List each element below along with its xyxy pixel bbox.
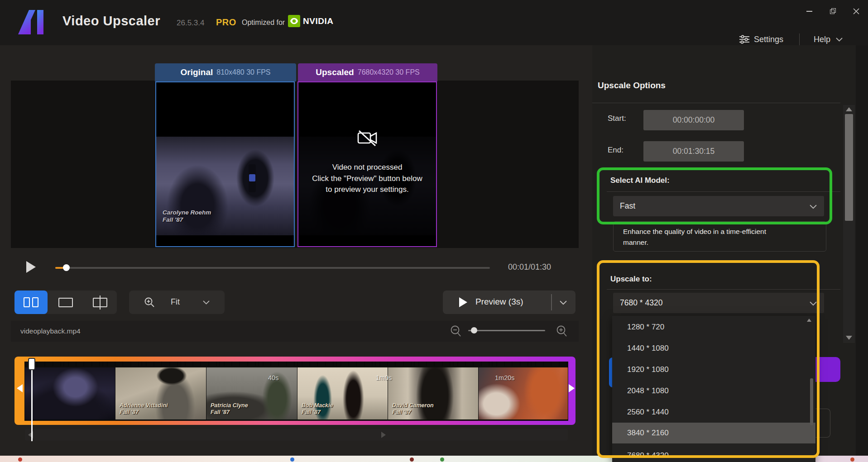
dropdown-scrollbar-thumb[interactable] [810, 378, 813, 425]
timeline-thumbnail[interactable] [25, 367, 115, 419]
titlebar: Video Upscaler 26.5.3.4 PRO Optimized fo… [0, 0, 868, 45]
upscale-to-label: Upscale to: [610, 275, 652, 284]
split-view-icon [93, 298, 107, 307]
timeline-thumbnail[interactable]: Bob MackieFall '87 [297, 367, 388, 419]
settings-button[interactable]: Settings [739, 33, 783, 46]
resolution-option[interactable]: 2048 * 1080 [612, 381, 815, 401]
restore-icon [830, 9, 835, 14]
strip-scroll-left-icon[interactable] [17, 384, 23, 392]
strip-scroll-right-icon[interactable] [569, 384, 575, 392]
view-side-by-side-button[interactable] [14, 291, 48, 314]
help-button[interactable]: Help [814, 33, 843, 46]
chevron-down-icon [203, 300, 210, 305]
time-marker: 1m20s [495, 374, 515, 381]
resolution-option[interactable]: 1920 * 1080 [612, 359, 815, 380]
taskbar-icon-dot [440, 457, 444, 462]
optimized-for-label: Optimized for [242, 19, 285, 27]
divider [607, 191, 840, 192]
panel-scrollbar-thumb[interactable] [845, 114, 853, 221]
file-name: videoplayback.mp4 [20, 327, 81, 335]
timeline-thumbnail[interactable]: Patricia ClyneFall '87 [206, 367, 297, 419]
end-label: End: [608, 146, 623, 155]
chevron-down-icon [810, 301, 817, 306]
taskbar-icon-dot [290, 457, 294, 462]
timeline-ticks [24, 362, 568, 366]
settings-label: Settings [754, 35, 783, 44]
video-off-icon [357, 129, 378, 147]
tab-original-meta: 810x480 30 FPS [216, 68, 270, 76]
resolution-dropdown-list: 1280 * 720 1440 * 1080 1920 * 1080 2048 … [612, 316, 815, 462]
restore-button[interactable] [825, 5, 840, 18]
close-icon [853, 8, 859, 14]
time-display: 00:01/01:30 [508, 262, 551, 272]
view-split-button[interactable] [83, 291, 116, 314]
not-processed-message: Video not processed Click the "Preview" … [299, 162, 435, 195]
timeline-thumbnail[interactable]: Adrienne VittadiniFall '87 [115, 367, 206, 419]
timeline-zoom-slider[interactable] [468, 330, 545, 331]
zoom-out-icon[interactable] [450, 325, 462, 337]
model-description: Enhance the quality of video in a time-e… [613, 221, 826, 252]
video-figure [249, 164, 256, 192]
tab-upscaled[interactable]: Upscaled 7680x4320 30 FPS [298, 63, 437, 81]
resolution-value: 7680 * 4320 [620, 298, 662, 308]
panel-scroll-up-icon[interactable] [846, 107, 852, 111]
ai-model-value: Fast [620, 201, 635, 211]
start-time-input[interactable]: 00:00:00:00 [643, 110, 744, 130]
zoom-in-icon[interactable] [556, 325, 568, 337]
chevron-down-icon [810, 205, 817, 209]
time-marker: 40s [268, 374, 278, 381]
seek-thumb[interactable] [63, 264, 70, 271]
fit-dropdown[interactable]: Fit [129, 291, 225, 314]
minimize-button[interactable] [801, 5, 817, 18]
resolution-option[interactable]: 1280 * 720 [612, 317, 815, 338]
preview-options-chevron-icon[interactable] [560, 300, 567, 305]
button-divider [551, 294, 552, 310]
timeline-thumbnail[interactable] [479, 367, 568, 419]
playhead-handle[interactable] [28, 358, 35, 370]
tab-original[interactable]: Original 810x480 30 FPS [155, 63, 296, 81]
seek-bar[interactable] [55, 267, 490, 269]
dropdown-scroll-up-icon[interactable] [807, 319, 811, 322]
playhead[interactable] [31, 358, 33, 441]
ai-model-label: Select AI Model: [610, 176, 670, 185]
time-marker: 1m0s [376, 374, 392, 381]
timeline-scrollbar[interactable] [25, 429, 568, 441]
titlebar-separator [799, 33, 800, 45]
zoom-fit-icon [144, 297, 155, 308]
close-button[interactable] [849, 5, 864, 18]
resolution-select[interactable]: 7680 * 4320 [613, 293, 824, 313]
resolution-option-highlighted[interactable]: 3840 * 2160 [612, 423, 815, 443]
tab-upscaled-meta: 7680x4320 30 FPS [358, 68, 420, 76]
original-video-pane[interactable]: Carolyne Roehm Fall '87 [155, 81, 295, 247]
preview-area [11, 81, 579, 248]
divider [607, 289, 840, 290]
resolution-option[interactable]: 1440 * 1080 [612, 338, 815, 359]
start-label: Start: [608, 114, 626, 123]
fit-label: Fit [171, 297, 180, 307]
upscaled-video-pane[interactable]: Video not processed Click the "Preview" … [297, 81, 437, 247]
nvidia-wordmark: NVIDIA [303, 16, 333, 26]
ai-model-select[interactable]: Fast [613, 196, 824, 216]
file-row: videoplayback.mp4 [11, 321, 579, 342]
single-view-icon [58, 298, 73, 307]
nvidia-icon [288, 15, 300, 27]
timeline-zoom-thumb[interactable] [471, 327, 477, 333]
end-time-input[interactable]: 00:01:30:15 [643, 141, 744, 162]
divider [592, 103, 840, 103]
resolution-option[interactable]: 7680 * 4320 [612, 445, 815, 462]
app-window: Video Upscaler 26.5.3.4 PRO Optimized fo… [0, 0, 868, 462]
panel-scroll-down-icon[interactable] [846, 336, 852, 340]
tab-original-label: Original [181, 67, 213, 77]
app-logo [17, 10, 45, 34]
resolution-option[interactable]: 2560 * 1440 [612, 402, 815, 423]
preview-3s-label: Preview (3s) [475, 297, 523, 307]
timeline-thumbnail[interactable]: David CameronFall '87 [388, 367, 478, 419]
minimize-icon [806, 11, 812, 12]
preview-3s-button[interactable]: Preview (3s) [443, 291, 575, 314]
view-single-button[interactable] [49, 291, 82, 314]
play-button[interactable] [26, 261, 36, 273]
taskbar-icon-dot [410, 457, 414, 462]
settings-icon [739, 34, 750, 44]
app-version: 26.5.3.4 [177, 19, 204, 28]
hidden-button-fragment-outline [815, 409, 830, 438]
